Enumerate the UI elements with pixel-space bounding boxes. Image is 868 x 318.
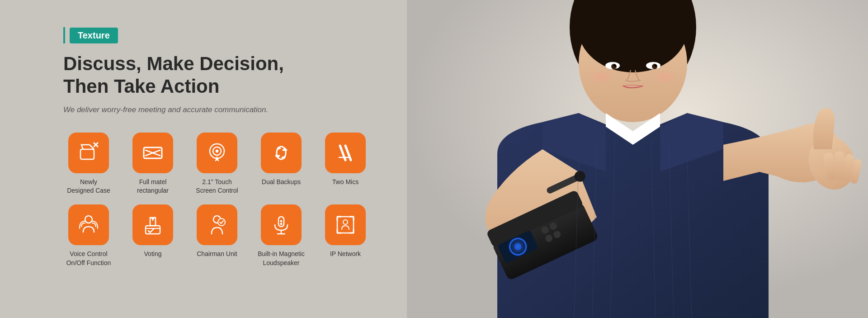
icon-item-voice-control: Voice ControlOn/Off Function bbox=[63, 204, 114, 267]
icon-item-touch-screen: 2.1" TouchScreen Control bbox=[192, 133, 242, 195]
icon-box-backup bbox=[261, 133, 302, 173]
network-icon bbox=[334, 213, 357, 237]
person-illustration bbox=[407, 0, 868, 318]
icon-label-dual-backups: Dual Backups bbox=[262, 178, 301, 187]
icon-label-full-matel: Full matelrectangular bbox=[137, 178, 169, 195]
texture-label: Texture bbox=[70, 28, 118, 43]
icon-item-voting: Voting bbox=[127, 204, 178, 259]
svg-point-36 bbox=[592, 71, 610, 82]
svg-point-24 bbox=[343, 220, 348, 224]
chairman-icon bbox=[205, 213, 229, 237]
icon-box-voting bbox=[132, 204, 173, 245]
mic-icon bbox=[334, 141, 357, 165]
title-line2: Then Take Action bbox=[63, 76, 219, 97]
speaker-icon bbox=[269, 213, 293, 237]
icon-label-ip-network: IP Network bbox=[330, 250, 361, 259]
svg-point-35 bbox=[655, 65, 657, 67]
icon-item-built-in-magnetic: Built-in MagneticLoudspeaker bbox=[256, 204, 307, 267]
icons-row-1: NewlyDesigned Case Full matelrectangular bbox=[63, 133, 371, 195]
icon-item-full-matel: Full matelrectangular bbox=[127, 133, 178, 195]
svg-point-34 bbox=[614, 65, 616, 67]
backup-icon bbox=[269, 141, 293, 165]
icon-label-newly-designed-case: NewlyDesigned Case bbox=[67, 178, 110, 195]
texture-bar bbox=[63, 27, 65, 43]
icon-label-voice-control: Voice ControlOn/Off Function bbox=[66, 250, 111, 267]
svg-point-22 bbox=[280, 223, 282, 225]
image-area bbox=[407, 0, 868, 318]
touch-icon bbox=[205, 141, 229, 165]
icon-box-voice bbox=[68, 204, 109, 245]
icons-row-2: Voice ControlOn/Off Function bbox=[63, 204, 371, 267]
svg-point-32 bbox=[611, 64, 617, 69]
subtitle: We deliver worry-free meeting and accura… bbox=[63, 105, 371, 114]
svg-point-8 bbox=[216, 150, 218, 152]
main-title: Discuss, Make Decision, Then Take Action bbox=[63, 52, 371, 98]
voting-icon bbox=[141, 213, 165, 237]
svg-point-21 bbox=[280, 220, 282, 222]
icon-item-chairman-unit: Chairman Unit bbox=[192, 204, 242, 259]
icon-item-newly-designed-case: NewlyDesigned Case bbox=[63, 133, 114, 195]
page-wrapper: Texture Discuss, Make Decision, Then Tak… bbox=[0, 0, 868, 318]
icon-label-chairman-unit: Chairman Unit bbox=[197, 250, 237, 259]
svg-rect-0 bbox=[80, 149, 94, 159]
svg-point-37 bbox=[656, 71, 674, 82]
icon-label-touch-screen: 2.1" TouchScreen Control bbox=[196, 178, 238, 195]
icon-box-chairman bbox=[197, 204, 237, 245]
icon-label-built-in-magnetic: Built-in MagneticLoudspeaker bbox=[258, 250, 305, 267]
content-area: Texture Discuss, Make Decision, Then Tak… bbox=[0, 0, 407, 318]
icon-box-touch bbox=[197, 133, 237, 173]
icon-box-case bbox=[68, 133, 109, 173]
icons-grid: NewlyDesigned Case Full matelrectangular bbox=[63, 133, 371, 267]
icon-box-network bbox=[325, 204, 366, 245]
texture-badge: Texture bbox=[63, 27, 371, 43]
icon-box-rectangular bbox=[132, 133, 173, 173]
icon-label-voting: Voting bbox=[144, 250, 162, 259]
icon-label-two-mics: Two Mics bbox=[332, 178, 359, 187]
title-line1: Discuss, Make Decision, bbox=[63, 53, 284, 74]
svg-point-33 bbox=[652, 64, 657, 69]
voice-icon bbox=[77, 213, 100, 237]
icon-box-speaker bbox=[261, 204, 302, 245]
icon-item-two-mics: Two Mics bbox=[320, 133, 371, 187]
rectangular-icon bbox=[141, 141, 165, 165]
icon-item-ip-network: IP Network bbox=[320, 204, 371, 259]
svg-point-13 bbox=[85, 216, 92, 223]
icon-box-mic bbox=[325, 133, 366, 173]
icon-item-dual-backups: Dual Backups bbox=[256, 133, 307, 187]
svg-point-17 bbox=[218, 218, 225, 226]
case-icon bbox=[77, 141, 100, 165]
